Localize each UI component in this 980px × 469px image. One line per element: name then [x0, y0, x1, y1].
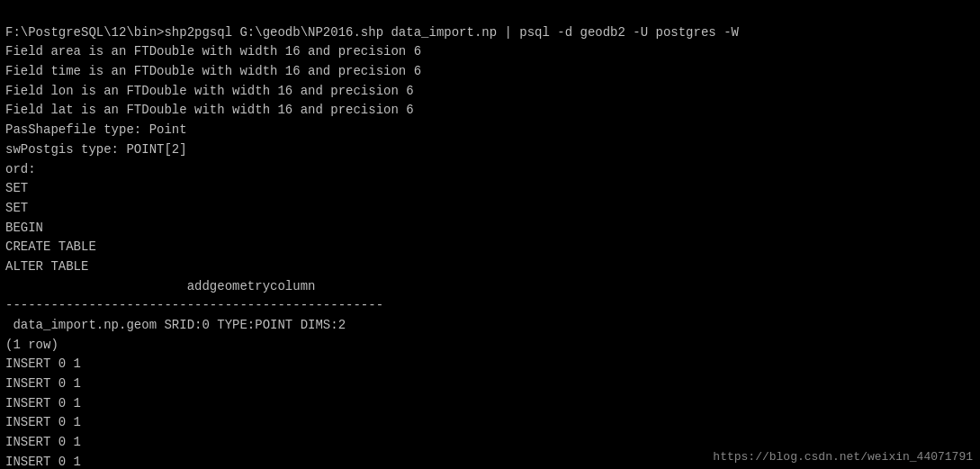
terminal-line: INSERT 0 1 [5, 374, 975, 394]
terminal-line: swPostgis type: POINT[2] [5, 140, 975, 160]
terminal-line: INSERT 0 1 [5, 355, 975, 374]
terminal-line: ALTER TABLE [5, 257, 975, 277]
terminal-line: INSERT 0 1 [5, 394, 975, 414]
terminal-line: CREATE TABLE [5, 238, 975, 257]
terminal-line: addgeometrycolumn [5, 277, 975, 297]
terminal-line: Field area is an FTDouble with width 16 … [5, 42, 975, 62]
terminal-line: Field time is an FTDouble with width 16 … [5, 62, 975, 82]
terminal-window: F:\PostgreSQL\12\bin>shp2pgsql G:\geodb\… [0, 0, 980, 469]
terminal-line: PasShapefile type: Point [5, 121, 975, 140]
url-watermark: https://blog.csdn.net/weixin_44071791 [713, 450, 973, 464]
terminal-line: ord: [5, 160, 975, 180]
terminal-line: F:\PostgreSQL\12\bin>shp2pgsql G:\geodb\… [5, 23, 975, 43]
terminal-line: INSERT 0 1 [5, 413, 975, 433]
terminal-line: Field lat is an FTDouble with width 16 a… [5, 101, 975, 121]
terminal-line: BEGIN [5, 219, 975, 239]
terminal-line: data_import.np.geom SRID:0 TYPE:POINT DI… [5, 316, 975, 336]
terminal-line: SET [5, 179, 975, 199]
terminal-line: ----------------------------------------… [5, 296, 975, 316]
terminal-line: SET [5, 199, 975, 219]
terminal-line: Field lon is an FTDouble with width 16 a… [5, 82, 975, 102]
terminal-line: (1 row) [5, 336, 975, 356]
